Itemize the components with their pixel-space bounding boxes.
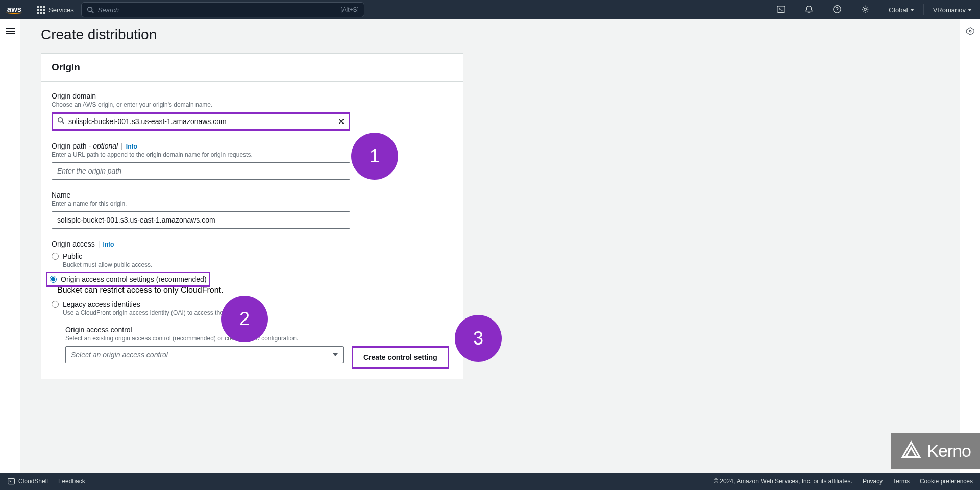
divider [30,4,30,15]
services-label: Services [48,6,74,14]
divider [923,4,924,15]
notifications-icon[interactable] [802,3,816,17]
divider [823,4,823,15]
svg-point-0 [88,7,92,12]
divider [851,4,851,15]
search-input[interactable] [98,6,336,14]
caret-down-icon [968,9,972,11]
divider [795,4,795,15]
search-icon [87,6,94,13]
divider [879,4,879,15]
user-menu[interactable]: VRomanov [931,6,974,14]
region-selector[interactable]: Global [887,6,916,14]
settings-icon[interactable] [859,3,872,17]
services-button[interactable]: Services [37,6,74,14]
global-search[interactable]: [Alt+S] [81,2,364,17]
help-icon[interactable] [830,3,844,17]
svg-line-1 [91,11,93,13]
top-nav: aws Services [Alt+S] Global VRomanov [0,0,980,19]
caret-down-icon [910,9,914,11]
username-label: VRomanov [933,6,966,14]
cloudshell-icon[interactable] [774,3,788,17]
region-label: Global [889,6,908,14]
search-shortcut: [Alt+S] [340,6,359,13]
aws-logo[interactable]: aws [6,6,22,14]
services-grid-icon [37,6,45,14]
svg-point-4 [864,8,867,10]
